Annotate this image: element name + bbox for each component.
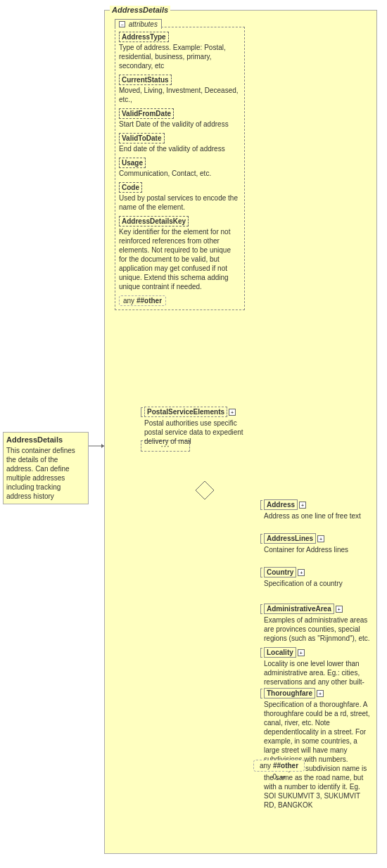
- diagram-title: AddressDetails: [110, 6, 170, 14]
- element-address-desc: Address as one line of free text: [264, 511, 372, 521]
- element-adminarea-label: AdministrativeArea: [264, 604, 334, 614]
- addr-border: [260, 500, 262, 510]
- element-country-label: Country: [264, 567, 296, 577]
- element-adminarea-expand[interactable]: +: [336, 606, 343, 613]
- element-addresslines-expand[interactable]: +: [317, 535, 324, 542]
- attr-label-validtodate: ValidToDate: [119, 133, 165, 143]
- any-other-bottom-group: any ##other 0..∞: [253, 760, 305, 781]
- attr-desc-validfromdate: Start Date of the validity of address: [119, 120, 241, 129]
- postal-border-left: [141, 407, 143, 417]
- attr-label-addresstype: AddressType: [119, 32, 169, 42]
- attr-item-addressdetailskey: AddressDetailsKey Key identifier for the…: [119, 216, 241, 291]
- attr-label-usage: Usage: [119, 158, 146, 168]
- element-adminarea-desc: Examples of administrative areas are pro…: [264, 615, 372, 643]
- element-country-group: Country + Specification of a country: [260, 567, 372, 588]
- any-other-cardinality: 0..∞: [253, 773, 305, 781]
- postal-expand-icon[interactable]: +: [229, 409, 236, 416]
- element-country-desc: Specification of a country: [264, 579, 372, 588]
- postal-service-elements-box: PostalServiceElements +: [141, 407, 252, 417]
- element-country-expand[interactable]: +: [298, 569, 305, 576]
- attr-desc-currentstatus: Moved, Living, Investment, Deceased, etc…: [119, 86, 241, 104]
- element-address-expand[interactable]: +: [299, 502, 306, 509]
- left-label-title: AddressDetails: [6, 435, 85, 444]
- thoroughfare-border: [260, 689, 262, 698]
- country-border: [260, 568, 262, 577]
- postal-service-elements-group: PostalServiceElements + Postal authoriti…: [141, 407, 252, 446]
- attr-item-validtodate: ValidToDate End date of the validity of …: [119, 133, 241, 153]
- element-thoroughfare-desc: Specification of a thoroughfare. A thoro…: [264, 700, 372, 810]
- attr-item-code: Code Used by postal services to encode t…: [119, 182, 241, 212]
- attr-label-addressdetailskey: AddressDetailsKey: [119, 216, 189, 226]
- any-other-bottom-box: any ##other: [253, 760, 305, 772]
- minus-icon: −: [119, 21, 125, 27]
- diagram-container: AddressDetails − attributes AddressType …: [0, 0, 387, 868]
- element-locality-expand[interactable]: +: [298, 649, 305, 656]
- locality-border: [260, 648, 262, 658]
- attributes-tab: − attributes: [115, 19, 162, 29]
- attr-desc-usage: Communication, Contact, etc.: [119, 169, 241, 178]
- element-adminarea-group: AdministrativeArea + Examples of adminis…: [260, 604, 372, 643]
- choice-connector-group: Use the most suitable option. Country co…: [194, 480, 215, 502]
- attr-label-code: Code: [119, 182, 142, 193]
- element-thoroughfare-label: Thoroughfare: [264, 688, 315, 698]
- postal-label: PostalServiceElements: [144, 407, 227, 417]
- left-label-description: This container defines the details of th…: [6, 446, 85, 501]
- element-addresslines-desc: Container for Address lines: [264, 545, 372, 554]
- element-address-group: Address + Address as one line of free te…: [260, 499, 372, 521]
- attr-desc-addresstype: Type of address. Example: Postal, reside…: [119, 43, 241, 70]
- attr-item-currentstatus: CurrentStatus Moved, Living, Investment,…: [119, 75, 241, 104]
- svg-marker-26: [196, 481, 214, 499]
- attr-desc-validtodate: End date of the validity of address: [119, 144, 241, 153]
- attr-item-validfromdate: ValidFromDate Start Date of the validity…: [119, 108, 241, 129]
- attr-item-usage: Usage Communication, Contact, etc.: [119, 158, 241, 178]
- attr-item-addresstype: AddressType Type of address. Example: Po…: [119, 32, 241, 70]
- attr-desc-addressdetailskey: Key identifier for the element for not r…: [119, 227, 241, 291]
- admin-border: [260, 604, 262, 614]
- element-locality-label: Locality: [264, 647, 296, 658]
- attr-label-validfromdate: ValidFromDate: [119, 108, 174, 119]
- attributes-box: AddressType Type of address. Example: Po…: [115, 27, 245, 310]
- attr-desc-code: Used by postal services to encode the na…: [119, 193, 241, 212]
- choice-diamond-svg: [194, 480, 215, 501]
- element-thoroughfare-expand[interactable]: +: [317, 690, 324, 697]
- attr-item-anyother: any ##other: [119, 295, 241, 306]
- element-addresslines-group: AddressLines + Container for Address lin…: [260, 533, 372, 554]
- element-address-label: Address: [264, 499, 298, 510]
- postal-description: Postal authorities use specific postal s…: [144, 419, 252, 446]
- left-addressdetails-box: AddressDetails This container defines th…: [3, 432, 89, 504]
- element-addresslines-label: AddressLines: [264, 533, 316, 544]
- element-thoroughfare-group: Thoroughfare + Specification of a thorou…: [260, 688, 372, 810]
- attr-label-currentstatus: CurrentStatus: [119, 75, 172, 85]
- addrlines-border: [260, 534, 262, 544]
- any-other-attr-box: any ##other: [119, 295, 166, 306]
